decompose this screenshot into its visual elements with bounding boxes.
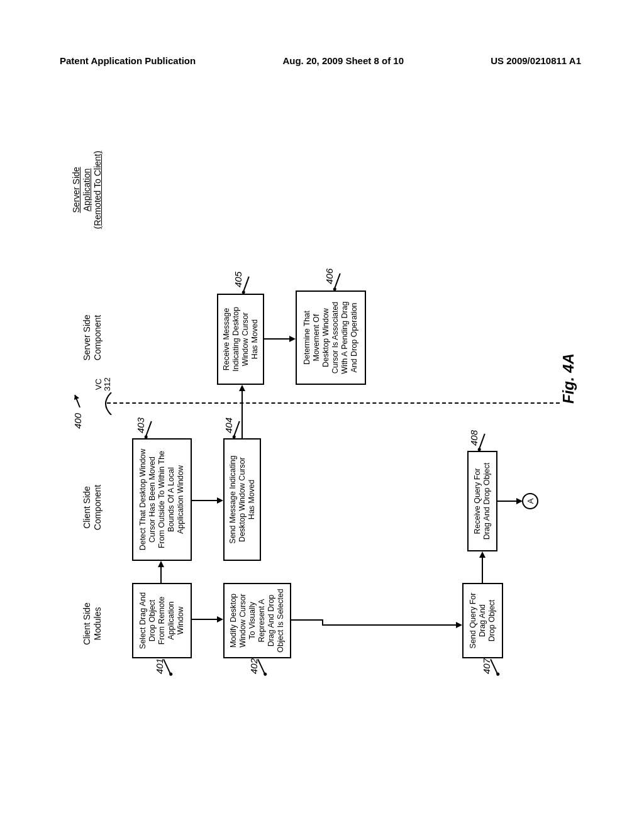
header-center: Aug. 20, 2009 Sheet 8 of 10	[282, 55, 404, 66]
vc-label: VC 312	[94, 377, 113, 391]
box-404: Send Message Indicating Desktop Window C…	[223, 438, 261, 561]
flowchart-diagram: Client Side Modules Client Side Componen…	[0, 152, 644, 674]
box-403: Detect That Desktop Window Cursor Has Be…	[132, 438, 192, 561]
svg-marker-14	[479, 551, 486, 558]
svg-marker-11	[289, 336, 296, 342]
box-405: Receive Message Indicating Desktop Windo…	[217, 294, 264, 385]
box-406: Determine That Movement Of Desktop Windo…	[296, 290, 366, 385]
svg-marker-16	[516, 498, 523, 504]
col-server-component: Server Side Component	[82, 300, 103, 375]
box-407: Send Query For Drag And Drop Object	[462, 583, 503, 658]
ref-405: 405	[233, 272, 243, 287]
arrow-408-a	[497, 496, 523, 506]
col-server-app: Server Side Application (Remoted To Clie…	[71, 143, 103, 237]
arrow-404-405	[237, 385, 247, 438]
svg-marker-5	[158, 561, 164, 567]
ref-406: 406	[324, 268, 335, 284]
arrow-400-leader	[72, 390, 84, 409]
box-402: Modify Desktop Window Cursor To Visually…	[223, 583, 291, 658]
arrow-407-408	[477, 551, 487, 583]
svg-marker-9	[239, 385, 245, 391]
ref-404: 404	[223, 418, 234, 433]
header-left: Patent Application Publication	[60, 55, 196, 66]
ref-400: 400	[72, 413, 83, 429]
box-401: Select Drag And Drop Object From Remote …	[132, 583, 192, 658]
box-408: Receive Query For Drag And Drop Object	[467, 451, 497, 551]
ref-403: 403	[135, 418, 146, 433]
svg-marker-12	[456, 622, 462, 628]
figure-label: Fig. 4A	[560, 353, 577, 404]
col-client-modules: Client Side Modules	[82, 586, 103, 661]
arrow-401-402	[192, 614, 223, 624]
vc-dashed-line	[107, 402, 560, 404]
connector-a: A	[522, 493, 538, 509]
arrow-403-404	[192, 495, 223, 506]
svg-marker-3	[217, 616, 223, 622]
ref-408: 408	[469, 430, 479, 446]
header-right: US 2009/0210811 A1	[491, 55, 581, 66]
svg-marker-7	[217, 497, 223, 504]
page-header: Patent Application Publication Aug. 20, …	[0, 55, 644, 66]
arrow-401-403	[156, 561, 166, 583]
arrow-405-406	[264, 334, 296, 344]
arrow-402-407	[291, 611, 462, 630]
col-client-component: Client Side Component	[82, 470, 103, 545]
vc-curve	[103, 392, 114, 415]
